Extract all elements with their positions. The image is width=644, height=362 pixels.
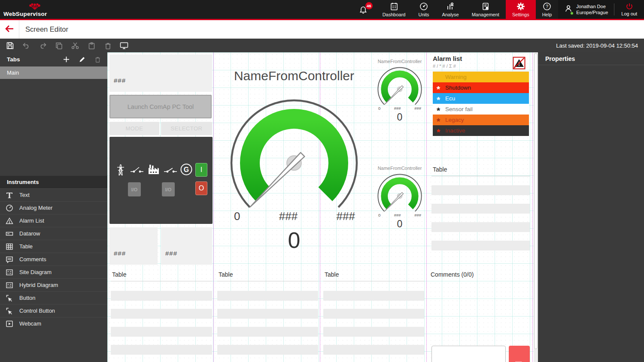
- small-gauge-title: NameFromController: [368, 59, 432, 64]
- table-title: Table: [217, 271, 318, 278]
- alarm-disabled-icon: [513, 57, 526, 69]
- analyse-icon: [446, 2, 455, 11]
- gauge-max: ###: [337, 210, 355, 223]
- table-row: [217, 345, 318, 355]
- site-diagram-icon: [6, 268, 13, 276]
- nav-help[interactable]: ? Help: [536, 0, 559, 19]
- logo-text: WebSupervisor: [3, 11, 47, 17]
- table-row: [217, 327, 318, 337]
- instrument-button[interactable]: Button: [0, 291, 107, 304]
- launch-comap-pc-tool-button[interactable]: Launch ComAp PC Tool: [109, 95, 212, 118]
- scrollbar-thumb[interactable]: [534, 53, 538, 349]
- alarm-star: [437, 75, 444, 78]
- instrument-datarow[interactable]: Datarow: [0, 227, 107, 240]
- nav-settings[interactable]: Settings: [506, 0, 536, 19]
- breaker-open-icon: [130, 166, 144, 174]
- paste-button[interactable]: [83, 42, 100, 49]
- nav-analyse[interactable]: Analyse: [436, 0, 465, 19]
- instrument-comments[interactable]: Comments: [0, 253, 107, 265]
- editor-canvas[interactable]: ### Launch ComAp PC Tool MODE SELECTOR: [107, 52, 534, 362]
- undo-button[interactable]: [18, 42, 34, 49]
- divider: [431, 176, 530, 176]
- datarow-icon: [6, 230, 13, 238]
- notification-badge: 46: [365, 2, 373, 9]
- io-button[interactable]: I/O: [162, 182, 175, 196]
- nav-dashboard[interactable]: Dashboard: [376, 0, 412, 19]
- breaker-off-button[interactable]: O: [195, 181, 207, 195]
- divider: [323, 281, 424, 281]
- analog-meter-icon: [6, 204, 13, 212]
- comment-input[interactable]: [431, 346, 506, 362]
- tab-item-main[interactable]: Main: [0, 66, 107, 79]
- alarm-list-widget[interactable]: Alarm list # / * # / Σ # Warning * Shutd…: [433, 55, 529, 136]
- alarm-label: Shutdown: [445, 84, 471, 91]
- instruments-section-header: Instruments: [0, 176, 107, 188]
- table-row: [111, 309, 212, 319]
- delete-tab-icon[interactable]: [95, 56, 100, 63]
- table-widget[interactable]: Table: [111, 271, 212, 281]
- send-comment-button[interactable]: [509, 346, 530, 362]
- table-row: [111, 345, 212, 355]
- selector-button[interactable]: SELECTOR: [161, 122, 212, 135]
- alarm-row-shutdown[interactable]: * Shutdown: [433, 82, 529, 93]
- table-row: [431, 185, 530, 195]
- back-button[interactable]: [0, 25, 19, 34]
- websupervisor-logo-icon: [28, 3, 41, 11]
- instrument-text[interactable]: Text: [0, 188, 107, 201]
- table-widget[interactable]: Table: [323, 271, 424, 281]
- alarm-row-warning[interactable]: Warning: [433, 72, 529, 82]
- editor-toolbar: Last saved: 2019-09-04 12:50:54: [0, 39, 644, 52]
- user-menu[interactable]: Jonathan Doe Europe/Prague: [558, 0, 614, 19]
- big-analog-gauge[interactable]: [230, 99, 358, 211]
- nav-units[interactable]: Units: [412, 0, 436, 19]
- small-analog-gauge[interactable]: [377, 174, 422, 213]
- nav-label: Management: [472, 12, 499, 17]
- alarm-row-legacy[interactable]: * Legacy: [433, 115, 529, 125]
- paste-icon: [88, 42, 95, 49]
- text-widget[interactable]: ###: [109, 227, 158, 265]
- cut-button[interactable]: [67, 42, 83, 49]
- user-location: Europe/Prague: [576, 10, 608, 15]
- button-icon: [6, 294, 13, 302]
- instrument-table[interactable]: Table: [0, 240, 107, 253]
- save-button[interactable]: [2, 42, 18, 49]
- text-widget-value: ###: [114, 77, 126, 84]
- text-widget[interactable]: ###: [109, 54, 212, 92]
- small-gauge-value: 0: [378, 112, 421, 123]
- preview-button[interactable]: [116, 42, 132, 49]
- alarm-row-sensor-fail[interactable]: * Sensor fail: [433, 104, 529, 115]
- add-tab-icon[interactable]: [63, 56, 70, 63]
- delete-button[interactable]: [100, 42, 116, 49]
- table-widget[interactable]: Table: [217, 271, 318, 281]
- site-diagram-widget[interactable]: G I I/O I/O O: [109, 137, 213, 224]
- logout-button[interactable]: Log out: [614, 0, 644, 19]
- instrument-site-diagram[interactable]: Site Diagram: [0, 265, 107, 278]
- instrument-hybrid-diagram[interactable]: Hybrid Diagram: [0, 278, 107, 291]
- instrument-webcam[interactable]: Webcam: [0, 317, 107, 330]
- instrument-alarm-list[interactable]: Alarm List: [0, 214, 107, 227]
- notifications-button[interactable]: 46: [350, 0, 376, 19]
- alarm-row-ecu[interactable]: * Ecu: [433, 93, 529, 104]
- text-widget[interactable]: ###: [161, 227, 212, 265]
- edit-tab-icon[interactable]: [79, 56, 85, 63]
- logo[interactable]: WebSupervisor: [0, 0, 51, 19]
- canvas-scrollbar[interactable]: [534, 52, 538, 362]
- copy-icon: [55, 42, 63, 49]
- instrument-control-button[interactable]: Control Button: [0, 304, 107, 317]
- breaker-on-button[interactable]: I: [195, 163, 207, 177]
- trash-icon: [105, 42, 111, 49]
- table-row: [217, 291, 318, 301]
- alarm-label: Warning: [445, 74, 467, 80]
- comments-widget[interactable]: Comments (0/0): [431, 271, 529, 362]
- user-name: Jonathan Doe: [576, 4, 606, 9]
- io-button[interactable]: I/O: [128, 182, 141, 196]
- instrument-analog-meter[interactable]: Analog Meter: [0, 201, 107, 214]
- alarm-star: *: [437, 106, 444, 113]
- redo-button[interactable]: [34, 42, 51, 49]
- small-analog-gauge[interactable]: [377, 67, 422, 106]
- copy-button[interactable]: [51, 42, 67, 49]
- nav-management[interactable]: Management: [465, 0, 506, 19]
- mode-button[interactable]: MODE: [109, 122, 159, 135]
- table-row: [323, 291, 424, 301]
- alarm-row-inactive[interactable]: * Inactive: [433, 125, 529, 136]
